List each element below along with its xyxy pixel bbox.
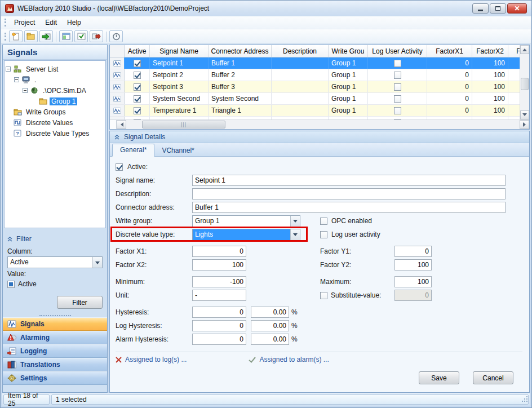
table-row[interactable]: Setpoint 3 Buffer 3 Group 1 0 100 [110,81,529,93]
maximize-button[interactable] [490,3,506,14]
table-vertical-scrollbar[interactable] [520,45,529,119]
table-row[interactable]: Temperature 1 Triangle 1 Group 1 0 100 [110,105,529,117]
filter-button[interactable]: Filter [57,296,103,309]
nav-alarming[interactable]: Alarming [3,331,107,344]
tree-item-local-server[interactable]: . [6,74,104,85]
active-checkbox[interactable] [134,72,141,79]
dropdown-arrow-icon[interactable] [92,257,102,268]
alarm-hysteresis-percent-field[interactable] [251,334,289,345]
save-button[interactable]: Save [419,371,459,384]
log-user-activity-checkbox[interactable] [394,107,401,114]
log-hysteresis-field[interactable] [192,320,246,331]
menu-edit[interactable]: Edit [40,17,62,28]
cancel-button[interactable]: Cancel [473,371,513,384]
collapse-expander-icon[interactable] [6,66,11,72]
col-description[interactable]: Description [272,45,329,57]
active-checkbox[interactable] [116,163,123,171]
row-selector-header[interactable] [110,45,125,57]
log-user-activity-checkbox[interactable] [394,95,401,103]
collapse-chevron-icon[interactable] [114,135,119,140]
tab-vchannel[interactable]: VChannel* [154,145,201,157]
write-group-select[interactable]: Group 1 [192,215,300,227]
alarm-hysteresis-field[interactable] [192,334,246,345]
filter-active-checkbox[interactable] [7,281,15,288]
tree-item-discrete-values[interactable]: Discrete Values [6,117,104,128]
active-checkbox[interactable] [134,83,141,91]
hysteresis-percent-field[interactable] [251,307,289,318]
table-horizontal-scrollbar[interactable]: ||| [110,119,529,129]
remove-button[interactable] [90,30,103,42]
active-checkbox[interactable] [134,60,141,67]
active-checkbox[interactable] [134,95,141,103]
factor-y1-field[interactable] [394,246,432,257]
col-factor-x2[interactable]: FactorX2 [472,45,508,57]
collapse-expander-icon[interactable] [23,88,28,93]
log-user-activity-checkbox[interactable] [394,60,401,67]
log-user-activity-checkbox[interactable] [320,231,327,238]
active-checkbox[interactable] [134,107,141,114]
discrete-value-type-select[interactable]: Lights [192,229,300,241]
close-button[interactable]: ✕ [507,3,527,14]
tab-general[interactable]: General* [112,144,154,157]
minimum-field[interactable] [192,276,246,287]
dropdown-arrow-icon[interactable] [290,229,300,240]
maximum-field[interactable] [394,276,432,287]
col-signal-name[interactable]: Signal Name [150,45,209,57]
opc-enabled-checkbox[interactable] [320,218,327,225]
horizontal-scroll-thumb[interactable]: ||| [142,121,225,128]
filter-column-select[interactable]: Active [7,256,103,268]
scroll-right-button[interactable] [520,120,529,129]
col-write-group[interactable]: Write Grou [329,45,368,57]
resize-grip[interactable] [522,401,523,402]
nav-signals[interactable]: Signals [3,317,107,331]
table-row[interactable]: Setpoint 1 Buffer 1 Group 1 0 100 [110,57,529,69]
hysteresis-field[interactable] [192,307,246,318]
factor-x2-field[interactable] [192,259,246,270]
tree-item-opc-server[interactable]: .\OPC.Sim.DA [6,85,104,96]
description-field[interactable] [192,188,506,199]
panel-view-button[interactable] [59,30,73,42]
col-connector-address[interactable]: Connector Address [209,45,272,57]
collapse-expander-icon[interactable] [14,77,19,82]
minimize-button[interactable] [472,3,489,14]
log-user-activity-checkbox[interactable] [394,72,401,79]
apply-button[interactable] [74,30,88,42]
col-active[interactable]: Active [125,45,150,57]
scrollbar-splitter[interactable] [110,120,117,129]
substitute-value-checkbox[interactable] [320,292,327,299]
tree-item-server-list[interactable]: Server List [6,64,104,74]
signal-name-field[interactable] [192,175,506,186]
assigned-logs-link[interactable]: Assigned to log(s) ... [116,356,187,363]
col-log-user-activity[interactable]: Log User Activity [368,45,427,57]
table-row[interactable]: System Second System Second Group 1 0 10… [110,93,529,105]
import-button[interactable] [39,30,53,42]
scroll-down-button[interactable] [520,110,529,119]
scroll-left-button[interactable] [117,120,126,129]
dropdown-arrow-icon[interactable] [290,216,300,227]
unit-field[interactable] [192,290,246,301]
table-row[interactable]: Setpoint 2 Buffer 2 Group 1 0 100 [110,69,529,81]
log-hysteresis-percent-field[interactable] [251,320,289,331]
nav-translations[interactable]: Translations [3,358,107,371]
new-project-button[interactable] [9,30,23,42]
menu-project[interactable]: Project [9,17,40,28]
tree-item-write-groups[interactable]: Write Groups [6,107,104,117]
collapse-chevron-icon[interactable] [7,237,12,242]
substitute-value-field[interactable] [394,290,432,301]
tree-item-discrete-value-types[interactable]: ? Discrete Value Types [6,128,104,139]
factor-y2-field[interactable] [394,259,432,270]
menu-help[interactable]: Help [62,17,86,28]
tree-item-group-1[interactable]: Group 1 [6,96,104,107]
col-factor-x1[interactable]: FactorX1 [427,45,472,57]
sidebar-splitter[interactable] [3,313,107,317]
factor-x1-field[interactable] [192,246,246,257]
nav-settings[interactable]: Settings [3,371,107,385]
nav-logging[interactable]: Logging [3,344,107,358]
scroll-up-button[interactable] [520,45,529,54]
open-project-button[interactable] [24,30,38,42]
power-button[interactable] [109,30,123,42]
assigned-alarms-link[interactable]: Assigned to alarm(s) ... [249,356,329,363]
connector-address-field[interactable] [192,202,506,213]
vertical-scroll-thumb[interactable] [521,78,529,90]
log-user-activity-checkbox[interactable] [394,83,401,91]
